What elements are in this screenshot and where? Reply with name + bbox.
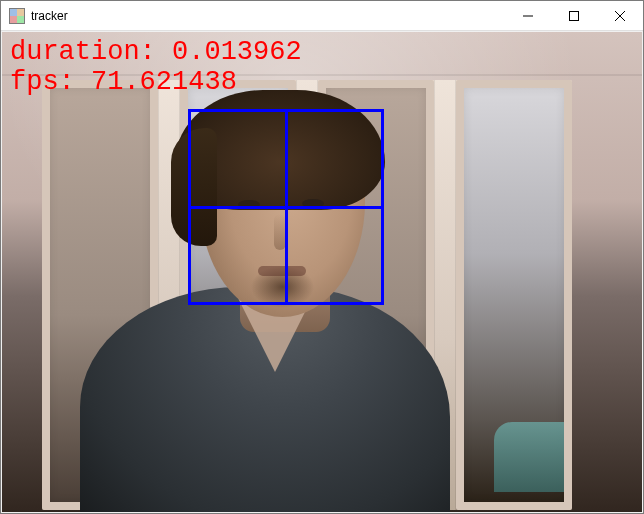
titlebar[interactable]: tracker (1, 1, 643, 31)
video-frame: duration: 0.013962 fps: 71.621438 (2, 32, 642, 512)
maximize-button[interactable] (551, 1, 597, 31)
person-hair (175, 90, 385, 210)
scene-person (80, 122, 450, 512)
person-eye (302, 199, 324, 208)
app-icon (9, 8, 25, 24)
duration-value: 0.013962 (172, 37, 302, 67)
wardrobe-mirror (456, 80, 572, 510)
svg-rect-0 (570, 11, 579, 20)
mirror-reflection (494, 422, 564, 492)
app-window: tracker (0, 0, 644, 514)
maximize-icon (569, 11, 579, 21)
person-eye (238, 200, 260, 209)
fps-label: fps: (10, 67, 91, 97)
minimize-icon (523, 11, 533, 21)
duration-label: duration: (10, 37, 172, 67)
window-title: tracker (31, 9, 68, 23)
person-mouth (258, 266, 306, 276)
minimize-button[interactable] (505, 1, 551, 31)
person-nose (274, 214, 286, 250)
client-area: duration: 0.013962 fps: 71.621438 (1, 31, 643, 513)
close-button[interactable] (597, 1, 643, 31)
close-icon (615, 11, 625, 21)
stats-overlay: duration: 0.013962 fps: 71.621438 (10, 38, 302, 97)
fps-value: 71.621438 (91, 67, 237, 97)
